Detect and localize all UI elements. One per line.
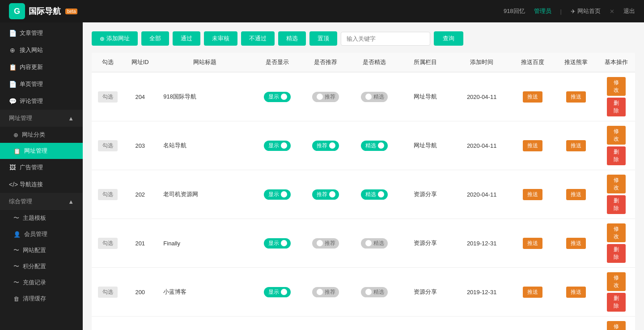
featured-toggle-on[interactable]: 精选 xyxy=(361,189,388,200)
article-icon: 📄 xyxy=(9,30,16,37)
filter-all-button[interactable]: 全部 xyxy=(141,31,169,46)
sidebar-item-clear-cache[interactable]: 🗑 清理缓存 xyxy=(0,291,83,307)
push-xiong-button[interactable]: 推送 xyxy=(566,238,586,249)
sidebar-section-url[interactable]: 网址管理 ▲ xyxy=(0,110,83,127)
toolbar: ⊕ 添加网址 全部 通过 未审核 不通过 精选 置顶 查询 xyxy=(92,31,635,46)
recommend-toggle-off[interactable]: 推荐 xyxy=(312,238,339,249)
filter-pass-button[interactable]: 通过 xyxy=(173,31,200,46)
display-toggle-on[interactable]: 显示 xyxy=(264,238,291,249)
push-baidu-button[interactable]: 推送 xyxy=(523,287,542,298)
delete-button[interactable]: 删除 xyxy=(607,293,626,312)
push-xiong-button[interactable]: 推送 xyxy=(566,140,586,151)
sidebar-item-content[interactable]: 📋 内容更新 xyxy=(0,59,83,76)
display-toggle-on[interactable]: 显示 xyxy=(264,287,291,297)
delete-button[interactable]: 删除 xyxy=(607,98,626,116)
chevron-up-icon: ▲ xyxy=(68,115,74,122)
check-button[interactable]: 勾选 xyxy=(98,287,118,298)
modify-button[interactable]: 修改 xyxy=(607,272,626,291)
check-button[interactable]: 勾选 xyxy=(98,189,118,200)
cell-xiong: 推送 xyxy=(555,268,597,317)
cell-xiong: 推送 xyxy=(555,219,597,268)
sidebar-item-member[interactable]: 👤 会员管理 xyxy=(0,226,83,242)
cell-id: 202 xyxy=(124,170,156,219)
sidebar-section-general[interactable]: 综合管理 ▲ xyxy=(0,193,83,210)
featured-toggle-on[interactable]: 精选 xyxy=(361,141,388,151)
recommend-label: 推荐 xyxy=(325,288,335,296)
featured-label: 精选 xyxy=(373,93,384,101)
th-id: 网址ID xyxy=(124,53,156,72)
modify-button[interactable]: 修改 xyxy=(607,126,626,145)
sidebar-item-url-manage[interactable]: 📋 网址管理 xyxy=(0,143,83,159)
push-xiong-button[interactable]: 推送 xyxy=(566,287,586,298)
modify-button[interactable]: 修改 xyxy=(607,77,626,96)
display-label: 显示 xyxy=(268,93,279,101)
recommend-toggle-off[interactable]: 推荐 xyxy=(312,287,339,297)
sidebar-label-member: 会员管理 xyxy=(24,230,47,238)
toggle-dot xyxy=(281,191,287,197)
delete-button[interactable]: 删除 xyxy=(607,146,626,165)
push-baidu-button[interactable]: 推送 xyxy=(523,238,542,249)
sidebar-item-site-config[interactable]: 〜 网站配置 xyxy=(0,242,83,258)
filter-featured-button[interactable]: 精选 xyxy=(278,31,306,46)
modify-button[interactable]: 修改 xyxy=(607,223,626,242)
sidebar-item-comment[interactable]: 💬 评论管理 xyxy=(0,93,83,110)
delete-button[interactable]: 删除 xyxy=(607,244,626,263)
recommend-toggle-off[interactable]: 推荐 xyxy=(312,92,339,102)
display-toggle-on[interactable]: 显示 xyxy=(264,189,291,200)
sidebar-item-singlepage[interactable]: 📄 单页管理 xyxy=(0,76,83,93)
push-baidu-button[interactable]: 推送 xyxy=(523,140,542,151)
th-select: 勾选 xyxy=(92,53,124,72)
content-icon: 📋 xyxy=(9,64,16,71)
check-button[interactable]: 勾选 xyxy=(98,91,118,103)
home-link[interactable]: ✈ 网站首页 xyxy=(571,7,601,15)
recharge-icon: 〜 xyxy=(13,279,19,287)
display-toggle-on[interactable]: 显示 xyxy=(264,92,291,102)
sidebar-item-ad[interactable]: 🖼 广告管理 xyxy=(0,159,83,176)
sidebar-item-theme[interactable]: 〜 主题模板 xyxy=(0,210,83,226)
filter-pending-button[interactable]: 未审核 xyxy=(204,31,237,46)
query-button[interactable]: 查询 xyxy=(434,31,463,46)
toggle-dot xyxy=(317,240,323,246)
featured-toggle-off[interactable]: 精选 xyxy=(361,92,388,102)
push-baidu-button[interactable]: 推送 xyxy=(523,189,542,200)
cell-featured: 精选 xyxy=(350,268,398,317)
sidebar-item-url-category[interactable]: ⊕ 网址分类 xyxy=(0,127,83,143)
filter-top-button[interactable]: 置顶 xyxy=(309,31,337,46)
cell-id: 200 xyxy=(124,268,156,317)
push-baidu-button[interactable]: 推送 xyxy=(523,91,542,103)
logout-link[interactable]: 退出 xyxy=(623,7,635,15)
filter-fail-button[interactable]: 不通过 xyxy=(241,31,275,46)
search-input[interactable] xyxy=(341,32,430,46)
sidebar-item-recharge[interactable]: 〜 充值记录 xyxy=(0,274,83,291)
featured-toggle-off[interactable]: 精选 xyxy=(361,287,388,297)
display-toggle-on[interactable]: 显示 xyxy=(264,141,291,151)
modify-button[interactable]: 修改 xyxy=(607,175,626,193)
cell-time: 2020-04-11 xyxy=(452,170,511,219)
featured-toggle-off[interactable]: 精选 xyxy=(361,238,388,249)
check-button[interactable]: 勾选 xyxy=(98,238,118,249)
beta-badge: beta xyxy=(65,9,77,14)
sidebar-item-score-config[interactable]: 〜 积分配置 xyxy=(0,258,83,274)
sidebar-item-addsite[interactable]: ⊕ 接入网站 xyxy=(0,42,83,59)
delete-button[interactable]: 删除 xyxy=(607,195,626,214)
cell-id: 203 xyxy=(124,121,156,170)
cell-check: 勾选 xyxy=(92,72,124,121)
sidebar-item-article[interactable]: 📄 文章管理 xyxy=(0,25,83,42)
check-button[interactable]: 勾选 xyxy=(98,140,118,151)
push-xiong-button[interactable]: 推送 xyxy=(566,189,586,200)
toggle-dot xyxy=(329,191,335,197)
push-xiong-button[interactable]: 推送 xyxy=(566,91,586,103)
admin-link[interactable]: 管理员 xyxy=(534,7,551,15)
sidebar-item-nav[interactable]: </> 导航连接 xyxy=(0,176,83,193)
display-label: 显示 xyxy=(268,240,279,247)
cell-id: 201 xyxy=(124,219,156,268)
recommend-toggle-on[interactable]: 推荐 xyxy=(312,141,339,151)
add-url-button[interactable]: ⊕ 添加网址 xyxy=(92,31,138,46)
modify-button[interactable]: 修改 xyxy=(607,321,626,330)
recommend-toggle-on[interactable]: 推荐 xyxy=(312,189,339,200)
cell-xiong: 推送 xyxy=(555,317,597,330)
cell-display: 显示 xyxy=(253,121,301,170)
plus-icon: ⊕ xyxy=(9,47,16,54)
cell-baidu: 推送 xyxy=(511,317,554,330)
ad-icon: 🖼 xyxy=(9,164,16,171)
